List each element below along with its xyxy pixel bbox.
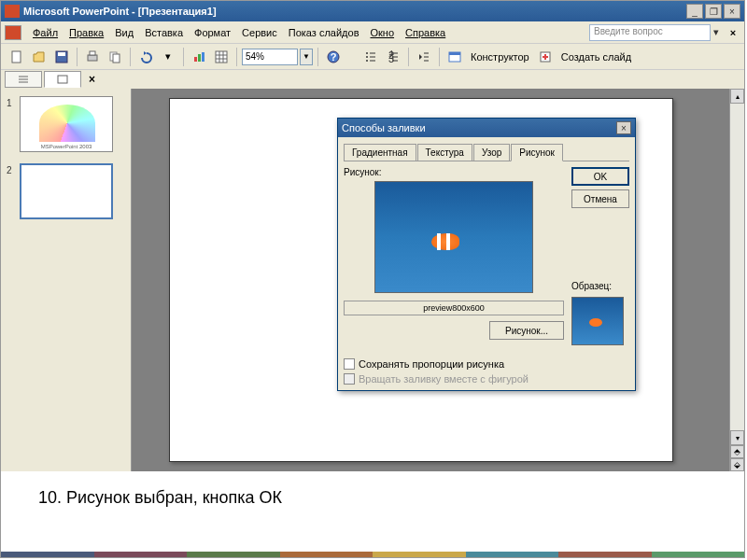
lock-aspect-checkbox[interactable] <box>344 358 355 370</box>
dialog-close-button[interactable]: × <box>616 121 631 134</box>
design-icon[interactable] <box>444 47 465 67</box>
tab-texture[interactable]: Текстура <box>417 144 472 161</box>
save-icon[interactable] <box>51 47 72 67</box>
menu-window[interactable]: Окно <box>365 24 401 41</box>
tab-pattern[interactable]: Узор <box>473 144 510 161</box>
prev-slide-button[interactable]: ⬘ <box>730 445 744 458</box>
menu-insert[interactable]: Вставка <box>139 24 189 41</box>
menu-slideshow[interactable]: Показ слайдов <box>283 24 365 41</box>
decorative-strip <box>1 552 744 557</box>
title-bar: Microsoft PowerPoint - [Презентация1] _ … <box>1 1 744 21</box>
restore-button[interactable]: ❐ <box>705 4 722 19</box>
print-icon[interactable] <box>82 47 103 67</box>
new-slide-button[interactable]: Создать слайд <box>557 51 635 63</box>
close-button[interactable]: × <box>724 4 740 19</box>
new-document-icon[interactable] <box>7 47 27 67</box>
rotate-fill-checkbox <box>344 373 355 385</box>
svg-text:?: ? <box>331 51 337 63</box>
ok-button[interactable]: OK <box>571 167 629 186</box>
slide-thumb-2[interactable]: 2 <box>7 163 125 219</box>
svg-rect-10 <box>216 51 227 63</box>
slide-number: 1 <box>7 96 20 152</box>
menu-view[interactable]: Вид <box>109 24 139 41</box>
cancel-button[interactable]: Отмена <box>571 189 629 208</box>
minimize-button[interactable]: _ <box>686 4 703 19</box>
lock-aspect-label: Сохранять пропорции рисунка <box>359 358 504 370</box>
app-menu-icon[interactable] <box>5 25 21 40</box>
help-dropdown-arrow[interactable]: ▾ <box>711 26 722 38</box>
new-slide-icon[interactable] <box>535 47 556 67</box>
svg-rect-8 <box>198 54 201 62</box>
instruction-caption: 10. Рисунок выбран, кнопка ОК <box>1 471 744 527</box>
zoom-input[interactable]: 54% <box>242 49 298 65</box>
svg-rect-4 <box>90 51 95 55</box>
copy-icon[interactable] <box>105 47 125 67</box>
browse-picture-button[interactable]: Рисунок... <box>489 321 564 340</box>
svg-point-21 <box>366 60 368 62</box>
help-icon[interactable]: ? <box>323 47 344 67</box>
svg-point-17 <box>366 52 368 54</box>
menu-edit[interactable]: Правка <box>63 24 109 41</box>
scroll-up-button[interactable]: ▴ <box>730 89 744 104</box>
svg-rect-7 <box>194 57 197 62</box>
svg-rect-6 <box>113 54 120 63</box>
sample-label: Образец: <box>571 281 629 291</box>
redo-dropdown-icon[interactable]: ▾ <box>158 47 178 67</box>
menu-format[interactable]: Формат <box>189 24 236 41</box>
svg-point-19 <box>366 56 368 58</box>
bullets-icon[interactable] <box>360 47 381 67</box>
svg-rect-40 <box>58 76 67 83</box>
lock-aspect-row[interactable]: Сохранять пропорции рисунка <box>344 358 629 370</box>
help-search-input[interactable]: Введите вопрос <box>589 24 711 41</box>
scroll-track[interactable] <box>730 104 744 430</box>
svg-rect-3 <box>88 55 97 61</box>
slide-thumb-1[interactable]: 1 MSPowerPoint 2003 <box>7 96 125 152</box>
undo-icon[interactable] <box>135 47 156 67</box>
tab-picture[interactable]: Рисунок <box>511 144 563 161</box>
next-slide-button[interactable]: ⬙ <box>730 458 744 471</box>
open-icon[interactable] <box>29 47 49 67</box>
sample-fish-image <box>589 318 602 327</box>
dialog-title: Способы заливки <box>342 122 616 133</box>
menu-file[interactable]: Файл <box>27 24 63 41</box>
decrease-indent-icon[interactable] <box>414 47 434 67</box>
slide-thumbnail[interactable]: MSPowerPoint 2003 <box>20 96 113 152</box>
designer-button[interactable]: Конструктор <box>467 51 533 63</box>
rotate-fill-row: Вращать заливку вместе с фигурой <box>344 373 629 385</box>
numbering-icon[interactable]: 123 <box>383 47 403 67</box>
insert-table-icon[interactable] <box>211 47 232 67</box>
svg-rect-9 <box>202 52 204 62</box>
fish-image <box>431 233 459 250</box>
scroll-down-button[interactable]: ▾ <box>730 430 744 445</box>
svg-rect-0 <box>12 51 21 63</box>
insert-chart-icon[interactable] <box>189 47 209 67</box>
menu-tools[interactable]: Сервис <box>236 24 283 41</box>
window-title: Microsoft PowerPoint - [Презентация1] <box>23 6 684 17</box>
powerpoint-icon <box>5 5 20 18</box>
document-close-button[interactable]: × <box>726 27 740 38</box>
svg-rect-33 <box>449 52 460 55</box>
picture-name-field: preview800x600 <box>344 301 564 315</box>
dialog-tabs: Градиентная Текстура Узор Рисунок <box>344 143 629 161</box>
outline-tab[interactable] <box>5 71 42 88</box>
standard-toolbar: ▾ 54% ▼ ? 123 Конструктор Создать слайд <box>1 44 744 70</box>
fill-effects-dialog: Способы заливки × Градиентная Текстура У… <box>337 118 636 391</box>
svg-text:3: 3 <box>388 53 394 63</box>
menu-bar: Файл Правка Вид Вставка Формат Сервис По… <box>1 21 744 44</box>
tab-gradient[interactable]: Градиентная <box>344 144 416 161</box>
thumb-caption: MSPowerPoint 2003 <box>21 144 112 149</box>
slide-number: 2 <box>7 163 20 219</box>
slides-tab[interactable] <box>44 71 81 88</box>
dialog-title-bar[interactable]: Способы заливки × <box>338 119 635 137</box>
picture-label: Рисунок: <box>344 167 564 177</box>
vertical-scrollbar[interactable]: ▴ ▾ ⬘ ⬙ <box>729 89 744 471</box>
menu-help[interactable]: Справка <box>400 24 451 41</box>
picture-preview <box>374 181 533 293</box>
slide-panel: 1 MSPowerPoint 2003 2 <box>1 89 132 471</box>
sample-preview <box>571 297 624 345</box>
view-tabs: × <box>1 70 744 89</box>
zoom-dropdown-arrow[interactable]: ▼ <box>300 49 313 65</box>
slide-thumbnail[interactable] <box>20 163 113 219</box>
color-fan-graphic <box>39 105 95 142</box>
panel-close-button[interactable]: × <box>89 73 95 86</box>
